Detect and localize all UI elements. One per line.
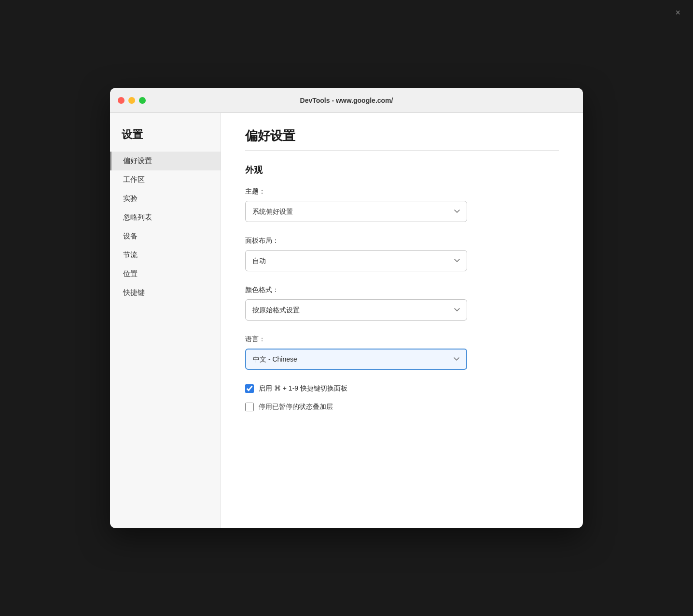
color-format-label: 颜色格式：: [245, 286, 559, 294]
minimize-button[interactable]: [128, 97, 135, 104]
language-group: 语言： 中文 - Chinese English: [245, 335, 559, 370]
devtools-window: DevTools - www.google.com/ 设置 偏好设置 工作区 实…: [110, 88, 583, 528]
panel-layout-group: 面板布局： 自动 水平 垂直: [245, 237, 559, 271]
sidebar-nav: 偏好设置 工作区 实验 忽略列表 设备 节流 位置: [110, 152, 221, 302]
color-format-group: 颜色格式： 按原始格式设置 HEX RGB HSL: [245, 286, 559, 321]
sidebar-item-workspace[interactable]: 工作区: [110, 170, 221, 189]
main-content: 偏好设置 外观 主题： 系统偏好设置 浅色 深色 面板布局： 自动 水平 垂直: [221, 113, 583, 528]
close-button[interactable]: [118, 97, 125, 104]
panel-layout-label: 面板布局：: [245, 237, 559, 245]
overlay-checkbox-group: 停用已暂停的状态叠加层: [245, 403, 559, 411]
sidebar-item-locations[interactable]: 位置: [110, 265, 221, 283]
traffic-lights: [118, 97, 146, 104]
overlay-checkbox[interactable]: [245, 403, 254, 411]
window-title: DevTools - www.google.com/: [300, 97, 393, 104]
appearance-section-title: 外观: [245, 164, 559, 176]
sidebar-item-devices[interactable]: 设备: [110, 227, 221, 246]
shortcut-checkbox-label[interactable]: 启用 ⌘ + 1-9 快捷键切换面板: [259, 384, 347, 393]
color-format-select[interactable]: 按原始格式设置 HEX RGB HSL: [245, 299, 467, 321]
sidebar-heading: 设置: [110, 127, 221, 152]
title-bar: DevTools - www.google.com/: [110, 88, 583, 113]
language-label: 语言：: [245, 335, 559, 344]
sidebar-item-experiments[interactable]: 实验: [110, 189, 221, 208]
page-title: 偏好设置: [245, 127, 559, 144]
sidebar-item-shortcuts[interactable]: 快捷键: [110, 283, 221, 302]
shortcut-checkbox-group: 启用 ⌘ + 1-9 快捷键切换面板: [245, 384, 559, 393]
theme-select[interactable]: 系统偏好设置 浅色 深色: [245, 201, 467, 222]
overlay-checkbox-label[interactable]: 停用已暂停的状态叠加层: [259, 403, 333, 411]
panel-layout-select[interactable]: 自动 水平 垂直: [245, 250, 467, 271]
sidebar-item-ignore-list[interactable]: 忽略列表: [110, 208, 221, 227]
shortcut-checkbox[interactable]: [245, 384, 254, 393]
sidebar: 设置 偏好设置 工作区 实验 忽略列表 设备 节流: [110, 113, 221, 528]
theme-label: 主题：: [245, 187, 559, 196]
sidebar-item-throttling[interactable]: 节流: [110, 246, 221, 265]
divider: [245, 150, 559, 151]
window-body: 设置 偏好设置 工作区 实验 忽略列表 设备 节流: [110, 113, 583, 528]
theme-group: 主题： 系统偏好设置 浅色 深色: [245, 187, 559, 222]
maximize-button[interactable]: [139, 97, 146, 104]
language-select[interactable]: 中文 - Chinese English: [245, 349, 467, 370]
sidebar-item-preferences[interactable]: 偏好设置: [110, 152, 221, 170]
